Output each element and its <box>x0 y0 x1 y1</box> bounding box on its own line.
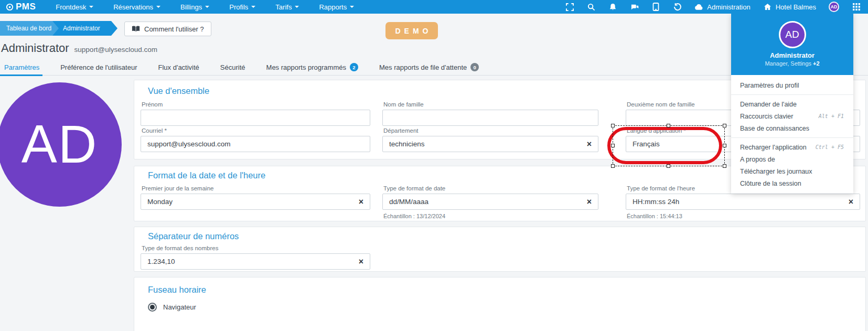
tablet-icon[interactable] <box>651 3 660 12</box>
hotel-switcher[interactable]: Hotel Balmes <box>763 3 816 12</box>
time-format-input[interactable]: HH:mm:ss 24h × <box>626 194 860 210</box>
book-icon <box>132 26 140 32</box>
menu-item-reload-app[interactable]: Recharger l'application Ctrl + F5 <box>731 141 853 153</box>
section-title: Séparateur de numéros <box>148 231 239 241</box>
user-roles-text: Manager, Settings <box>765 60 811 67</box>
menu-item-about[interactable]: A propos de <box>731 153 853 165</box>
menu-item-keyboard-shortcuts[interactable]: Raccourcis clavier Alt + F1 <box>731 110 853 122</box>
nav-label: Rapports <box>319 3 347 11</box>
menu-item-knowledge-base[interactable]: Base de connaissances <box>731 122 853 134</box>
nav-label: Frontdesk <box>56 3 86 11</box>
tab-rapports-file-attente[interactable]: Mes rapports de file d'attente 0 <box>379 59 479 76</box>
chevron-down-icon <box>156 6 160 10</box>
nav-billings[interactable]: Billings <box>180 3 209 11</box>
user-avatar-large: AD <box>779 21 806 48</box>
shortcut-hint: Alt + F1 <box>819 113 844 119</box>
time-sample: Échantillon : 15:44:13 <box>627 213 860 219</box>
selection-handle[interactable] <box>611 144 615 147</box>
breadcrumb-administrator[interactable]: Administrator <box>52 21 117 36</box>
tab-flux-activite[interactable]: Flux d'activité <box>158 59 199 76</box>
clear-icon[interactable]: × <box>849 198 853 206</box>
how-to-use-button[interactable]: Comment l'utiliser ? <box>124 22 211 36</box>
last-name-input[interactable] <box>382 110 598 126</box>
user-name: Administrator <box>770 51 815 59</box>
count-badge: 2 <box>350 63 358 71</box>
profile-avatar[interactable]: AD <box>0 82 122 207</box>
nav-rapports[interactable]: Rapports <box>319 3 354 11</box>
first-name-input[interactable] <box>141 110 370 126</box>
date-format-label: Type de format de date <box>383 185 598 191</box>
nav-frontdesk[interactable]: Frontdesk <box>56 3 93 11</box>
menu-item-download-logs[interactable]: Télécharger les journaux <box>731 165 853 177</box>
administration-menu[interactable]: Administration <box>694 3 750 12</box>
breadcrumb-dashboard[interactable]: Tableau de bord <box>0 21 62 36</box>
selection-handle[interactable] <box>611 124 615 127</box>
tab-parametres[interactable]: Paramètres <box>4 59 39 76</box>
department-input[interactable]: techniciens × <box>382 136 598 152</box>
nav-label: Tarifs <box>275 3 292 11</box>
nav-label: Billings <box>180 3 202 11</box>
shortcut-hint: Ctrl + F5 <box>816 144 844 150</box>
hotel-label: Hotel Balmes <box>776 3 816 11</box>
selection-handle[interactable] <box>667 124 670 127</box>
selection-handle[interactable] <box>611 164 615 168</box>
section-title: Format de la date et de l'heure <box>148 170 265 180</box>
timezone-radio-navigateur[interactable]: Navigateur <box>148 303 196 312</box>
tab-securite[interactable]: Sécurité <box>220 59 245 76</box>
cloud-icon <box>694 3 703 12</box>
topbar: PMS Frontdesk Réservations Billings Prof… <box>0 0 868 14</box>
selection-handle[interactable] <box>667 164 670 168</box>
field-value: dd/MM/aaaa <box>389 198 428 206</box>
clear-icon[interactable]: × <box>359 258 363 266</box>
tab-preference-utilisateur[interactable]: Préférence de l'utilisateur <box>60 59 137 76</box>
chevron-down-icon <box>350 6 354 10</box>
history-icon[interactable] <box>673 3 682 12</box>
administration-label: Administration <box>707 3 750 11</box>
bell-icon[interactable] <box>608 3 617 12</box>
email-label: Courriel * <box>142 127 370 134</box>
section-title: Vue d'ensemble <box>148 86 209 96</box>
menu-item-label: Paramètres du profil <box>740 82 799 89</box>
fullscreen-icon[interactable] <box>565 3 574 12</box>
clear-icon[interactable]: × <box>587 198 592 206</box>
field-value: Monday <box>147 198 173 206</box>
home-icon <box>763 3 772 12</box>
nav-reservations[interactable]: Réservations <box>113 3 160 11</box>
selection-handle[interactable] <box>723 164 726 168</box>
menu-item-label: A propos de <box>740 156 775 163</box>
app-logo-text: PMS <box>16 2 36 12</box>
app-logo[interactable]: PMS <box>5 2 36 12</box>
tab-rapports-programmes[interactable]: Mes rapports programmés 2 <box>266 59 358 76</box>
number-format-input[interactable]: 1.234,10 × <box>141 253 370 270</box>
apps-grid-icon[interactable] <box>852 3 861 12</box>
email-input[interactable]: support@ulysescloud.com <box>141 136 370 152</box>
nav-profils[interactable]: Profils <box>229 3 255 11</box>
menu-divider <box>731 94 853 95</box>
menu-item-label: Demander de l'aide <box>740 101 797 108</box>
date-format-input[interactable]: dd/MM/aaaa × <box>382 194 598 210</box>
first-name-label: Prénom <box>142 101 370 108</box>
page-subtitle-email: support@ulysescloud.com <box>74 46 158 54</box>
menu-item-logout[interactable]: Clôture de la session <box>731 177 853 189</box>
clear-icon[interactable]: × <box>587 140 592 148</box>
how-to-use-label: Comment l'utiliser ? <box>144 25 204 33</box>
nav-tarifs[interactable]: Tarifs <box>275 3 299 11</box>
search-icon[interactable] <box>587 3 596 12</box>
clear-icon[interactable]: × <box>359 198 363 206</box>
chat-icon[interactable] <box>630 3 639 12</box>
menu-item-profile-settings[interactable]: Paramètres du profil <box>731 79 853 91</box>
user-roles: Manager, Settings+2 <box>765 60 819 67</box>
menu-item-label: Recharger l'application <box>740 144 807 151</box>
selection-handle[interactable] <box>723 144 726 147</box>
number-format-label: Type de format des nombres <box>142 245 370 251</box>
user-avatar[interactable]: AD <box>829 2 839 12</box>
department-label: Département <box>383 127 598 134</box>
pms-logo-icon <box>5 3 14 12</box>
first-day-input[interactable]: Monday × <box>141 194 370 210</box>
annotation-selection-box[interactable] <box>613 125 725 166</box>
chevron-down-icon <box>295 6 299 10</box>
radio-label: Navigateur <box>163 303 196 311</box>
menu-item-ask-help[interactable]: Demander de l'aide <box>731 98 853 110</box>
section-title: Fuseau horaire <box>148 285 206 295</box>
selection-handle[interactable] <box>723 124 726 127</box>
